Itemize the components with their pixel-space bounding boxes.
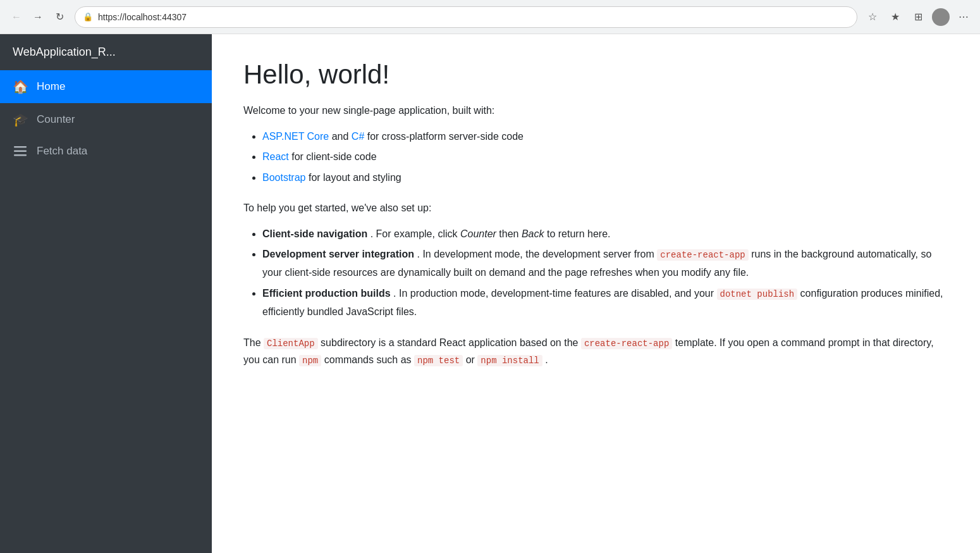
browser-chrome: ← → ↻ 🔒 https://localhost:44307 ☆ ★ ⊞ ⋯: [0, 0, 980, 34]
svg-rect-2: [14, 154, 27, 156]
app-layout: WebApplication_R... 🏠 Home 🎓 Counter Fet…: [0, 34, 980, 553]
built-with-list: ASP.NET Core and C# for cross-platform s…: [262, 128, 948, 187]
sidebar-item-counter[interactable]: 🎓 Counter: [0, 103, 212, 136]
list-item-bootstrap: Bootstrap for layout and styling: [262, 169, 948, 187]
sidebar-item-counter-label: Counter: [37, 113, 75, 126]
browser-actions: ☆ ★ ⊞ ⋯: [864, 8, 972, 26]
fetch-data-icon: [13, 145, 28, 158]
home-icon: 🏠: [13, 79, 28, 94]
feature-client-side-nav: Client-side navigation . For example, cl…: [262, 225, 948, 244]
sidebar-item-fetch-data[interactable]: Fetch data: [0, 136, 212, 166]
code-create-react-app: create-react-app: [657, 249, 748, 261]
reload-button[interactable]: ↻: [51, 8, 68, 26]
intro-text: Welcome to your new single-page applicat…: [243, 103, 948, 119]
sidebar: WebApplication_R... 🏠 Home 🎓 Counter Fet…: [0, 34, 212, 553]
feature-dev-server: Development server integration . In deve…: [262, 245, 948, 282]
collections-button[interactable]: ⊞: [909, 8, 927, 26]
lock-icon: 🔒: [83, 12, 93, 22]
sidebar-item-home-label: Home: [37, 80, 65, 93]
list-item-aspnet: ASP.NET Core and C# for cross-platform s…: [262, 128, 948, 146]
code-clientapp: ClientApp: [264, 338, 318, 349]
code-npm-install: npm install: [477, 355, 542, 366]
aspnet-core-link[interactable]: ASP.NET Core: [262, 131, 329, 142]
forward-button[interactable]: →: [29, 8, 47, 26]
url-text: https://localhost:44307: [98, 12, 849, 22]
nav-buttons: ← → ↻: [8, 8, 68, 26]
features-list: Client-side navigation . For example, cl…: [262, 225, 948, 321]
list-item-react: React for client-side code: [262, 148, 948, 166]
code-npm: npm: [299, 355, 321, 366]
code-dotnet-publish: dotnet publish: [717, 289, 798, 300]
feature-production-builds: Efficient production builds . In product…: [262, 285, 948, 321]
bootstrap-link[interactable]: Bootstrap: [262, 172, 305, 183]
code-npm-test: npm test: [414, 355, 463, 366]
sidebar-item-fetch-data-label: Fetch data: [37, 145, 87, 158]
svg-rect-0: [14, 146, 27, 148]
main-content: Hello, world! Welcome to your new single…: [212, 34, 980, 553]
reading-list-button[interactable]: ★: [886, 8, 904, 26]
address-bar[interactable]: 🔒 https://localhost:44307: [75, 6, 857, 28]
more-button[interactable]: ⋯: [955, 8, 972, 26]
sidebar-item-home[interactable]: 🏠 Home: [0, 70, 212, 103]
csharp-link[interactable]: C#: [352, 131, 364, 142]
footer-paragraph: The ClientApp subdirectory is a standard…: [243, 334, 948, 370]
sidebar-title: WebApplication_R...: [0, 34, 212, 70]
code-create-react-app-2: create-react-app: [581, 338, 672, 349]
svg-rect-1: [14, 151, 27, 152]
page-title: Hello, world!: [243, 59, 948, 90]
favorites-star-button[interactable]: ☆: [864, 8, 881, 26]
react-link[interactable]: React: [262, 151, 289, 162]
also-setup-text: To help you get started, we've also set …: [243, 200, 948, 216]
counter-icon: 🎓: [13, 112, 28, 127]
avatar: [932, 8, 950, 26]
back-button[interactable]: ←: [8, 8, 25, 26]
